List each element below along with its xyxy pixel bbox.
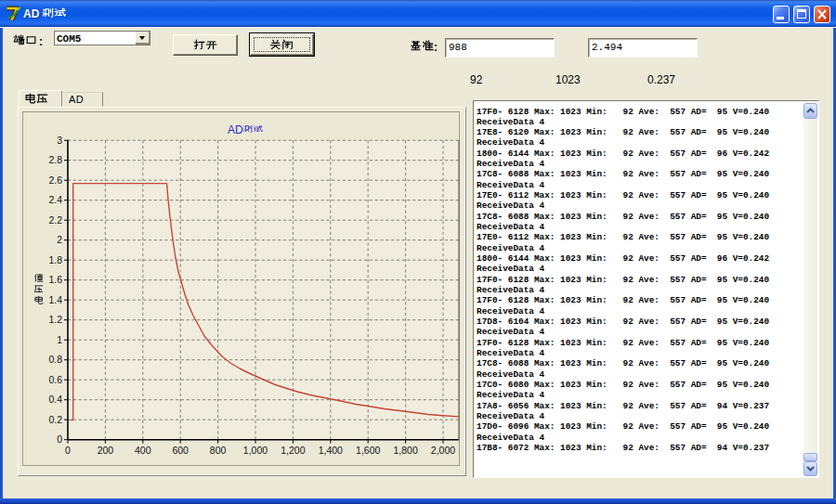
svg-text:1.6: 1.6 bbox=[48, 274, 62, 285]
svg-text:0: 0 bbox=[57, 433, 62, 445]
svg-text:2.6: 2.6 bbox=[48, 174, 62, 186]
svg-text:0.2: 0.2 bbox=[48, 414, 62, 425]
svg-text:1,800: 1,800 bbox=[393, 445, 417, 456]
svg-text:800: 800 bbox=[210, 445, 227, 456]
svg-text:1: 1 bbox=[57, 334, 62, 345]
svg-text:1,000: 1,000 bbox=[243, 445, 268, 456]
svg-text:2,000: 2,000 bbox=[431, 445, 455, 456]
svg-text:400: 400 bbox=[135, 445, 151, 456]
svg-text:1.4: 1.4 bbox=[48, 294, 62, 305]
svg-text:2.2: 2.2 bbox=[48, 214, 62, 226]
svg-text:1,400: 1,400 bbox=[319, 445, 343, 456]
svg-text:0.6: 0.6 bbox=[48, 374, 62, 385]
svg-text:2: 2 bbox=[57, 234, 62, 245]
svg-text:2.8: 2.8 bbox=[48, 154, 62, 165]
svg-text:AD: AD bbox=[228, 123, 243, 136]
svg-text:1,600: 1,600 bbox=[356, 445, 380, 456]
svg-text:0: 0 bbox=[65, 445, 71, 456]
svg-text:0.4: 0.4 bbox=[48, 394, 62, 405]
svg-text:2.4: 2.4 bbox=[48, 194, 62, 205]
svg-text:600: 600 bbox=[172, 445, 189, 456]
svg-text:3: 3 bbox=[57, 135, 62, 146]
svg-text:1.8: 1.8 bbox=[48, 254, 62, 265]
svg-text:0.8: 0.8 bbox=[48, 354, 62, 365]
svg-text:1,200: 1,200 bbox=[281, 445, 305, 456]
svg-text:200: 200 bbox=[98, 445, 114, 456]
svg-text:1.2: 1.2 bbox=[48, 314, 62, 325]
